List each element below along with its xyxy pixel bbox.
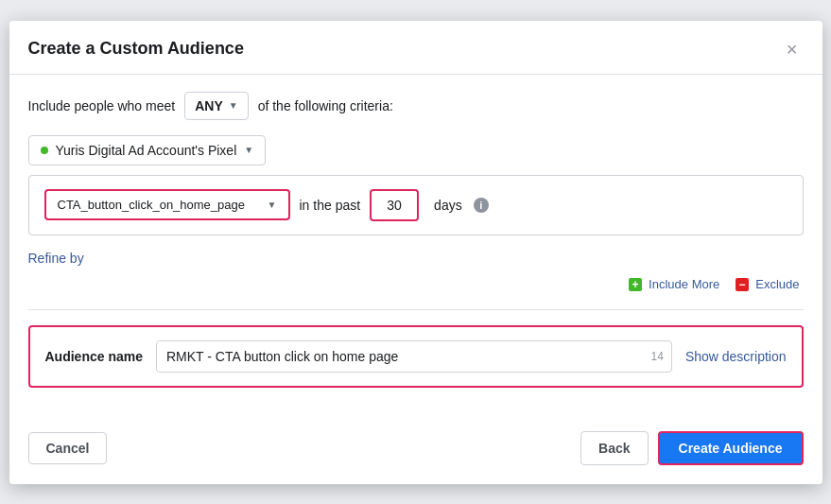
event-row: CTA_button_click_on_home_page ▼ in the p… — [44, 189, 788, 221]
footer-right: Back Create Audience — [580, 431, 803, 465]
cancel-button[interactable]: Cancel — [28, 432, 108, 464]
modal-title: Create a Custom Audience — [28, 39, 244, 59]
exclude-icon: − — [735, 277, 750, 292]
char-count: 14 — [651, 350, 671, 363]
show-description-link[interactable]: Show description — [685, 349, 787, 364]
days-label: days — [434, 198, 462, 213]
divider — [28, 309, 804, 310]
any-dropdown[interactable]: ANY ▼ — [184, 92, 248, 120]
event-label: CTA_button_click_on_home_page — [58, 198, 246, 212]
pixel-label: Yuris Digital Ad Account's Pixel — [56, 143, 237, 158]
include-more-label: Include More — [649, 277, 719, 291]
audience-name-label: Audience name — [45, 349, 143, 364]
create-audience-button[interactable]: Create Audience — [658, 431, 804, 465]
days-input-wrap — [370, 189, 419, 221]
footer-left: Cancel — [28, 432, 108, 464]
refine-by-link[interactable]: Refine by — [28, 251, 84, 266]
pixel-status-dot — [41, 147, 48, 154]
event-dropdown[interactable]: CTA_button_click_on_home_page ▼ — [44, 189, 290, 220]
modal-header: Create a Custom Audience × — [9, 21, 822, 75]
exclude-link[interactable]: − Exclude — [735, 277, 799, 292]
of-following-criteria-label: of the following criteria: — [258, 98, 393, 113]
pixel-section: Yuris Digital Ad Account's Pixel ▼ — [28, 135, 804, 165]
days-input[interactable] — [372, 191, 417, 219]
audience-name-section: Audience name 14 Show description — [28, 325, 804, 388]
audience-name-input[interactable] — [157, 341, 651, 372]
exclude-label: Exclude — [755, 277, 799, 291]
back-button[interactable]: Back — [580, 431, 648, 465]
create-custom-audience-modal: Create a Custom Audience × Include peopl… — [9, 21, 822, 484]
info-icon[interactable]: i — [474, 198, 489, 213]
action-links: + Include More − Exclude — [28, 277, 804, 292]
include-more-icon: + — [628, 277, 643, 292]
any-caret-icon: ▼ — [229, 100, 238, 111]
close-button[interactable]: × — [781, 38, 804, 61]
include-more-link[interactable]: + Include More — [628, 277, 719, 292]
any-label: ANY — [195, 98, 223, 113]
pixel-caret-icon: ▼ — [244, 145, 253, 155]
in-the-past-label: in the past — [300, 198, 361, 213]
pixel-dropdown[interactable]: Yuris Digital Ad Account's Pixel ▼ — [28, 135, 267, 165]
event-section: CTA_button_click_on_home_page ▼ in the p… — [28, 175, 804, 235]
criteria-row: Include people who meet ANY ▼ of the fol… — [28, 92, 804, 120]
event-caret-icon: ▼ — [268, 200, 277, 210]
audience-name-input-wrap: 14 — [156, 340, 672, 373]
modal-footer: Cancel Back Create Audience — [9, 422, 822, 480]
modal-body: Include people who meet ANY ▼ of the fol… — [9, 75, 822, 422]
include-people-label: Include people who meet — [28, 98, 176, 113]
svg-text:+: + — [632, 278, 639, 291]
svg-text:−: − — [739, 278, 746, 291]
